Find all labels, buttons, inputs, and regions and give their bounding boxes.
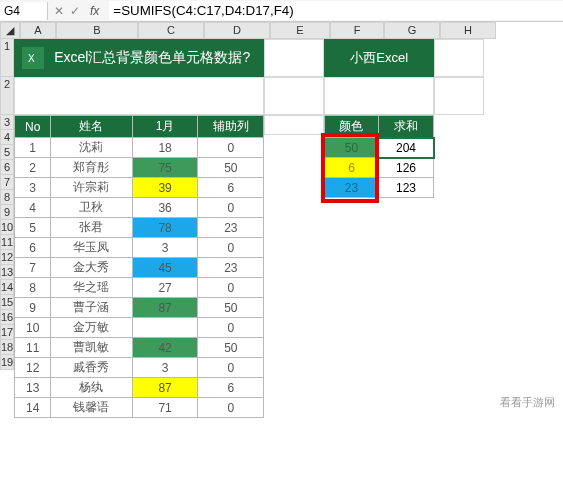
row-header-1[interactable]: 1 — [0, 39, 14, 77]
cell-value[interactable]: 18 — [132, 138, 198, 158]
fx-icon[interactable]: fx — [86, 4, 103, 18]
cell-value[interactable]: 3 — [132, 358, 198, 378]
row-header-18[interactable]: 18 — [0, 340, 14, 355]
cell-value[interactable]: 27 — [132, 278, 198, 298]
cell-name[interactable]: 杨纨 — [51, 378, 133, 398]
cancel-icon[interactable]: ✕ — [54, 4, 64, 18]
table-row[interactable]: 6 华玉凤 3 0 — [15, 238, 264, 258]
cell-aux[interactable]: 0 — [198, 138, 264, 158]
cell-no[interactable]: 13 — [15, 378, 51, 398]
table-row[interactable]: 8 华之瑶 27 0 — [15, 278, 264, 298]
table-row[interactable]: 11 曹凯敏 42 50 — [15, 338, 264, 358]
col-header-C[interactable]: C — [138, 22, 204, 39]
sum-row[interactable]: 50 204 — [325, 138, 434, 158]
cell-name[interactable]: 沈莉 — [51, 138, 133, 158]
name-box[interactable]: G4 — [0, 2, 48, 20]
cell-H2[interactable] — [434, 77, 484, 115]
row-header-17[interactable]: 17 — [0, 325, 14, 340]
cell-no[interactable]: 6 — [15, 238, 51, 258]
col-header-B[interactable]: B — [56, 22, 138, 39]
cell-name[interactable]: 郑育彤 — [51, 158, 133, 178]
cell-aux[interactable]: 0 — [198, 278, 264, 298]
cell-value[interactable]: 75 — [132, 158, 198, 178]
col-header-E[interactable]: E — [270, 22, 330, 39]
cell-aux[interactable]: 0 — [198, 358, 264, 378]
row-header-16[interactable]: 16 — [0, 310, 14, 325]
cell-no[interactable]: 12 — [15, 358, 51, 378]
confirm-icon[interactable]: ✓ — [70, 4, 80, 18]
sum-color-cell[interactable]: 6 — [325, 158, 378, 178]
row-header-12[interactable]: 12 — [0, 250, 14, 265]
cell-no[interactable]: 11 — [15, 338, 51, 358]
col-header-F[interactable]: F — [330, 22, 384, 39]
table-row[interactable]: 5 张君 78 23 — [15, 218, 264, 238]
row-header-9[interactable]: 9 — [0, 205, 14, 220]
cell-aux[interactable]: 23 — [198, 258, 264, 278]
cell-A2D2[interactable] — [14, 77, 264, 115]
cell-no[interactable]: 1 — [15, 138, 51, 158]
row-header-19[interactable]: 19 — [0, 355, 14, 370]
cell-value[interactable]: 71 — [132, 398, 198, 418]
cell-no[interactable]: 5 — [15, 218, 51, 238]
select-all-corner[interactable]: ◢ — [0, 22, 20, 39]
cell-name[interactable]: 华玉凤 — [51, 238, 133, 258]
cell-no[interactable]: 14 — [15, 398, 51, 418]
cell-value[interactable] — [132, 318, 198, 338]
sum-color-cell[interactable]: 50 — [325, 138, 378, 158]
cell-aux[interactable]: 50 — [198, 338, 264, 358]
cell-aux[interactable]: 50 — [198, 158, 264, 178]
sum-color-cell[interactable]: 23 — [325, 178, 378, 198]
cell-value[interactable]: 42 — [132, 338, 198, 358]
sum-row[interactable]: 23 123 — [325, 178, 434, 198]
sum-row[interactable]: 6 126 — [325, 158, 434, 178]
cell-value[interactable]: 36 — [132, 198, 198, 218]
col-header-H[interactable]: H — [440, 22, 496, 39]
cell-no[interactable]: 9 — [15, 298, 51, 318]
table-row[interactable]: 12 戚香秀 3 0 — [15, 358, 264, 378]
cell-E2[interactable] — [264, 77, 324, 115]
row-header-15[interactable]: 15 — [0, 295, 14, 310]
cell-H1[interactable] — [434, 39, 484, 77]
cell-no[interactable]: 3 — [15, 178, 51, 198]
cell-aux[interactable]: 50 — [198, 298, 264, 318]
table-row[interactable]: 9 曹子涵 87 50 — [15, 298, 264, 318]
row-header-4[interactable]: 4 — [0, 130, 14, 145]
cell-value[interactable]: 87 — [132, 378, 198, 398]
table-row[interactable]: 7 金大秀 45 23 — [15, 258, 264, 278]
sum-value-cell[interactable]: 123 — [378, 178, 434, 198]
table-row[interactable]: 4 卫秋 36 0 — [15, 198, 264, 218]
table-row[interactable]: 3 许宗莉 39 6 — [15, 178, 264, 198]
cell-aux[interactable]: 6 — [198, 378, 264, 398]
cell-aux[interactable]: 0 — [198, 398, 264, 418]
cell-value[interactable]: 78 — [132, 218, 198, 238]
row-header-11[interactable]: 11 — [0, 235, 14, 250]
cell-name[interactable]: 金大秀 — [51, 258, 133, 278]
cell-name[interactable]: 金万敏 — [51, 318, 133, 338]
cell-no[interactable]: 10 — [15, 318, 51, 338]
cell-no[interactable]: 4 — [15, 198, 51, 218]
table-row[interactable]: 1 沈莉 18 0 — [15, 138, 264, 158]
cell-F2G2[interactable] — [324, 77, 434, 115]
col-header-A[interactable]: A — [20, 22, 56, 39]
row-header-14[interactable]: 14 — [0, 280, 14, 295]
cell-value[interactable]: 87 — [132, 298, 198, 318]
cell-name[interactable]: 戚香秀 — [51, 358, 133, 378]
cell-name[interactable]: 许宗莉 — [51, 178, 133, 198]
table-row[interactable]: 14 钱馨语 71 0 — [15, 398, 264, 418]
cell-aux[interactable]: 6 — [198, 178, 264, 198]
cell-aux[interactable]: 0 — [198, 198, 264, 218]
cell-name[interactable]: 曹子涵 — [51, 298, 133, 318]
row-header-6[interactable]: 6 — [0, 160, 14, 175]
row-header-7[interactable]: 7 — [0, 175, 14, 190]
cell-name[interactable]: 曹凯敏 — [51, 338, 133, 358]
sum-value-cell[interactable]: 126 — [378, 158, 434, 178]
row-header-2[interactable]: 2 — [0, 77, 14, 115]
row-header-8[interactable]: 8 — [0, 190, 14, 205]
cell-name[interactable]: 华之瑶 — [51, 278, 133, 298]
row-header-5[interactable]: 5 — [0, 145, 14, 160]
cell-aux[interactable]: 0 — [198, 318, 264, 338]
cell-name[interactable]: 卫秋 — [51, 198, 133, 218]
table-row[interactable]: 10 金万敏 0 — [15, 318, 264, 338]
row-header-13[interactable]: 13 — [0, 265, 14, 280]
formula-input[interactable] — [109, 1, 563, 20]
